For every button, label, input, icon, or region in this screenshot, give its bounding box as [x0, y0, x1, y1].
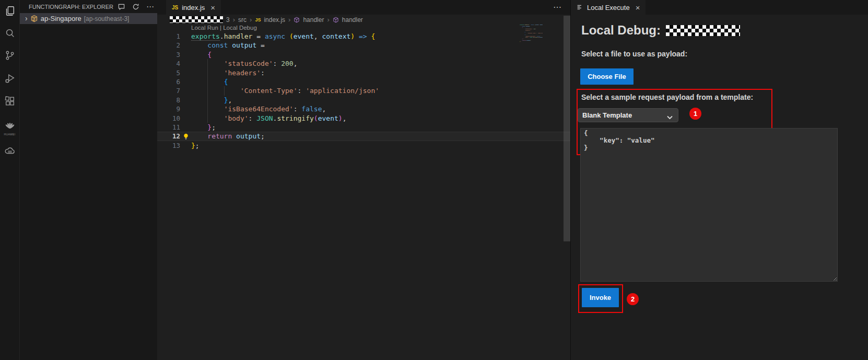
gutter — [180, 77, 191, 86]
line-number: 3 — [157, 50, 180, 59]
tab-label: Local Execute — [587, 4, 630, 11]
breadcrumb-item-file[interactable]: index.js — [264, 16, 285, 24]
template-payload-label: Select a sample request payload from a t… — [581, 93, 753, 101]
code-line-2[interactable]: 2 const output = — [157, 41, 570, 50]
invoke-button[interactable]: Invoke — [582, 288, 619, 307]
line-number: 8 — [157, 96, 180, 104]
gutter — [180, 59, 191, 68]
tab-index-js[interactable]: JS index.js × — [166, 0, 221, 15]
breadcrumb-root-tail[interactable]: 3 — [226, 16, 230, 24]
lightbulb-icon[interactable] — [180, 132, 191, 141]
gutter — [180, 141, 191, 150]
gutter — [180, 32, 191, 41]
line-number: 11 — [157, 123, 180, 132]
gutter — [180, 50, 191, 59]
line-number: 6 — [157, 77, 180, 86]
annotation-step-badge-1: 1 — [689, 108, 701, 120]
breadcrumb-item-src[interactable]: src — [238, 16, 247, 24]
panel-tab-bar: Local Execute × — [571, 0, 868, 15]
code-line-7[interactable]: 7 'Content-Type': 'application/json' — [157, 86, 570, 95]
line-number: 12 — [157, 132, 180, 141]
sidebar-title: FUNCTIONGRAPH: EXPLORER — [29, 4, 113, 10]
source-control-icon[interactable] — [4, 49, 16, 62]
breadcrumb-separator: › — [233, 16, 235, 24]
run-debug-icon[interactable] — [4, 72, 16, 85]
indent-guide — [207, 59, 208, 123]
refresh-icon[interactable] — [131, 2, 140, 11]
code-line-10[interactable]: 10 'body': JSON.stringify(event), — [157, 114, 570, 123]
code-line-5[interactable]: 5 'headers': — [157, 68, 570, 77]
code-line-8[interactable]: 8 }, — [157, 96, 570, 104]
breadcrumb-item-symbol[interactable]: handler — [303, 16, 324, 24]
gutter — [180, 114, 191, 123]
gutter — [180, 41, 191, 50]
line-number: 4 — [157, 59, 180, 68]
sidebar-functiongraph-explorer: FUNCTIONGRAPH: EXPLORER ⋯ › ap-Singapore… — [20, 0, 157, 360]
minimap[interactable]: exports.handler = async (event, context)… — [520, 24, 543, 44]
local-execute-panel: Local Execute × Local Debug: Select a fi… — [570, 0, 868, 360]
gutter — [180, 68, 191, 77]
close-tab-icon[interactable]: × — [210, 4, 215, 11]
line-number: 2 — [157, 41, 180, 50]
choose-file-button[interactable]: Choose File — [580, 68, 634, 85]
line-number: 5 — [157, 68, 180, 77]
huawei-label: HUAWEI — [0, 133, 19, 136]
feedback-comment-icon[interactable] — [116, 2, 126, 11]
payload-textarea[interactable] — [580, 128, 838, 282]
chevron-right-icon[interactable]: › — [25, 15, 28, 22]
breadcrumb-separator: › — [250, 16, 252, 24]
symbol-method-icon — [294, 17, 300, 23]
breadcrumb-item-symbol[interactable]: handler — [342, 16, 363, 24]
tree-item-label: ap-Singapore — [41, 15, 81, 22]
gutter — [180, 104, 191, 113]
panel-title-row: Local Debug: — [581, 23, 740, 38]
breadcrumb-separator: › — [327, 16, 329, 24]
codelens: Local Run | Local Debug — [191, 25, 257, 31]
webview-list-icon — [577, 4, 583, 11]
gutter — [180, 86, 191, 95]
redacted-function-name — [666, 25, 740, 36]
code-line-9[interactable]: 9 'isBase64Encoded': false, — [157, 104, 570, 113]
editor-more-actions-icon[interactable]: ⋯ — [553, 2, 562, 12]
symbol-method-icon — [333, 17, 339, 23]
huawei-cloud-icon[interactable] — [4, 144, 16, 157]
line-number: 9 — [157, 104, 180, 113]
editor-group: JS index.js × ⋯ 3 › src › JS index.js › … — [157, 0, 570, 360]
code-line-6[interactable]: 6 { — [157, 77, 570, 86]
code-line-4[interactable]: 4 'statusCode': 200, — [157, 59, 570, 68]
vscode-window: HUAWEI FUNCTIONGRAPH: EXPLORER ⋯ › ap-Si… — [0, 0, 868, 360]
close-tab-icon[interactable]: × — [636, 4, 640, 11]
indent-guide — [224, 86, 225, 95]
tree-item-region[interactable]: › ap-Singapore [ap-southeast-3] — [20, 13, 157, 24]
code-line-12[interactable]: 12 return output; — [157, 132, 570, 141]
extensions-icon[interactable] — [4, 95, 16, 108]
search-icon[interactable] — [4, 27, 16, 40]
line-number: 7 — [157, 86, 180, 95]
huawei-logo-icon[interactable] — [4, 121, 16, 134]
functiongraph-project-icon — [30, 15, 38, 22]
code-line-11[interactable]: 11 }; — [157, 123, 570, 132]
tab-local-execute[interactable]: Local Execute × — [571, 0, 646, 15]
line-number: 10 — [157, 114, 180, 123]
code-line-3[interactable]: 3 { — [157, 50, 570, 59]
code-editor[interactable]: 1exports.handler = async (event, context… — [157, 32, 570, 150]
code-line-13: }; — [520, 41, 543, 42]
gutter — [180, 123, 191, 132]
tab-label: index.js — [182, 4, 205, 11]
editor-scrollbar[interactable] — [564, 16, 570, 241]
codelens-separator: | — [220, 25, 221, 31]
code-line-1[interactable]: 1exports.handler = async (event, context… — [157, 32, 570, 41]
explorer-icon[interactable] — [4, 5, 16, 17]
tree-item-region-tag: [ap-southeast-3] — [84, 15, 130, 22]
javascript-file-icon: JS — [172, 5, 178, 10]
code-line-13[interactable]: 13}; — [157, 141, 570, 150]
line-number: 13 — [157, 141, 180, 150]
annotation-step-badge-2: 2 — [627, 293, 639, 305]
sidebar-more-actions-icon[interactable]: ⋯ — [146, 2, 155, 11]
editor-tab-bar: JS index.js × ⋯ — [157, 0, 570, 15]
codelens-local-debug-link[interactable]: Local Debug — [223, 25, 257, 31]
template-select[interactable]: Blank Template — [578, 108, 678, 122]
javascript-file-icon: JS — [255, 17, 261, 22]
codelens-local-run-link[interactable]: Local Run — [191, 25, 218, 31]
file-payload-label: Select a file to use as payload: — [581, 50, 687, 58]
